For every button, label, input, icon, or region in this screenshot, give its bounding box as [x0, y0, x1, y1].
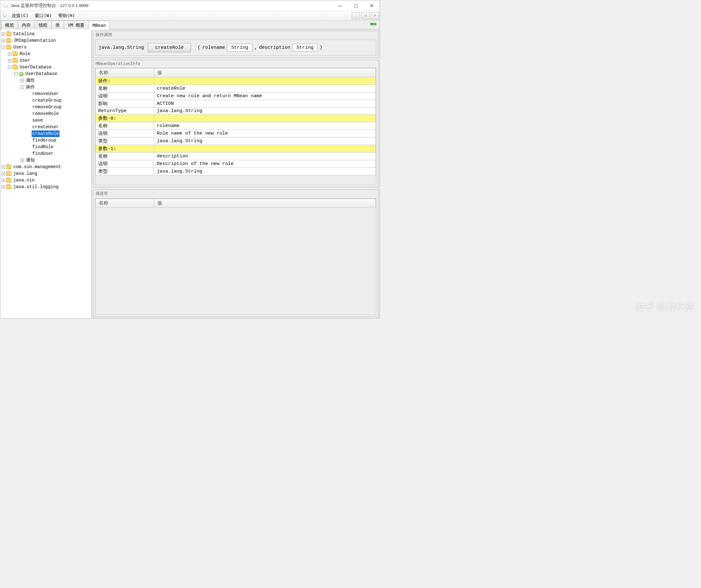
paren-close: ): [319, 45, 322, 50]
descriptor-table: 名称 值: [95, 199, 376, 208]
tree-op-removeuser[interactable]: removeUser: [32, 90, 59, 97]
tree-op-removegroup[interactable]: removeGroup: [32, 104, 62, 111]
panel-title: MBeanOperationInfo: [95, 60, 376, 68]
table-cell: rolename: [154, 122, 376, 130]
tree-toggle[interactable]: +: [2, 165, 5, 169]
java-icon: [0, 3, 10, 9]
tab-classes[interactable]: 类: [51, 21, 64, 29]
param0-input[interactable]: [227, 44, 252, 52]
tab-bar: 概览 内存 线程 类 VM 概要 MBean: [0, 21, 380, 29]
table-cell: ReturnType: [95, 108, 154, 115]
panel-title: 描述符: [95, 190, 376, 198]
comma: ,: [254, 45, 257, 50]
table-cell: java.lang.String: [154, 138, 376, 145]
param1-input[interactable]: [292, 44, 317, 52]
tree-toggle[interactable]: +: [21, 79, 24, 82]
table-cell: Create new role and return MBean name: [154, 92, 376, 100]
column-header-value[interactable]: 值: [154, 199, 376, 208]
tree-toggle[interactable]: +: [2, 32, 5, 36]
table-cell: Description of the new role: [154, 160, 376, 168]
window-close-button[interactable]: ✕: [364, 0, 380, 11]
mdi-minimize-button[interactable]: _: [352, 12, 360, 19]
tree-node-userdatabase[interactable]: UserDatabase: [19, 64, 52, 70]
tree-op-finduser[interactable]: findUser: [32, 150, 54, 157]
operation-info-table: 名称 值 操作: 名称createRole 说明Create new role …: [95, 68, 376, 175]
tree-node-catalina[interactable]: Catalina: [13, 31, 35, 37]
tree-op-findrole[interactable]: findRole: [32, 144, 54, 150]
table-cell: 说明: [95, 92, 154, 100]
mdi-restore-button[interactable]: ❐: [361, 12, 370, 19]
tab-overview[interactable]: 概览: [1, 21, 18, 29]
tree-toggle[interactable]: −: [14, 72, 18, 76]
tree-toggle[interactable]: +: [2, 172, 5, 175]
tree-node-jmimplementation[interactable]: JMImplementation: [13, 37, 56, 44]
folder-icon: [13, 65, 18, 69]
tab-mbean[interactable]: MBean: [88, 21, 110, 29]
tree-op-removerole[interactable]: removeRole: [32, 111, 59, 117]
window-maximize-button[interactable]: ▢: [348, 0, 364, 11]
table-cell: [154, 145, 376, 153]
tree-toggle[interactable]: +: [2, 179, 5, 182]
mdi-close-button[interactable]: ×: [371, 12, 379, 19]
tree-op-findgroup[interactable]: findGroup: [32, 137, 57, 144]
tree-node-java-util-logging[interactable]: java.util.logging: [13, 184, 59, 190]
tree-toggle[interactable]: +: [21, 159, 24, 162]
column-header-name[interactable]: 名称: [95, 199, 154, 208]
folder-icon: [6, 45, 11, 49]
menu-connect[interactable]: 连接(C): [9, 12, 32, 20]
table-cell: ACTION: [154, 100, 376, 108]
tab-vm-summary[interactable]: VM 概要: [64, 21, 89, 29]
tree-node-notifications[interactable]: 通知: [25, 157, 35, 164]
app-window: Java 监视和管理控制台 - 127.0.0.1:9999 — ▢ ✕ 连接(…: [0, 0, 380, 319]
table-cell: Role name of the new role: [154, 130, 376, 138]
content-pane: 操作调用 java.lang.String createRole ( rolen…: [91, 29, 380, 318]
param1-label: description: [259, 45, 290, 50]
table-cell: 说明: [95, 160, 154, 168]
tab-threads[interactable]: 线程: [34, 21, 52, 29]
table-cell: 影响: [95, 100, 154, 108]
table-cell: 说明: [95, 130, 154, 138]
tree-op-creategroup[interactable]: createGroup: [32, 97, 62, 104]
tree-node-java-lang[interactable]: java.lang: [13, 170, 38, 177]
menu-window[interactable]: 窗口(W): [32, 12, 55, 20]
watermark: 知乎 @君行路: [636, 301, 693, 313]
column-header-value[interactable]: 值: [154, 68, 376, 77]
mbean-tree[interactable]: +Catalina +JMImplementation −Users +Role…: [0, 29, 91, 318]
folder-icon: [6, 32, 11, 36]
invoke-operation-button[interactable]: createRole: [148, 43, 191, 52]
tree-node-attributes[interactable]: 属性: [25, 77, 35, 84]
tree-node-userdatabase-bean[interactable]: UserDatabase: [25, 70, 58, 77]
operation-invoke-box: java.lang.String createRole ( rolename ,…: [95, 40, 376, 56]
bean-icon: [19, 72, 23, 76]
tree-op-save[interactable]: save: [32, 117, 44, 124]
table-cell: createRole: [154, 85, 376, 92]
tree-node-users[interactable]: Users: [13, 44, 27, 51]
table-cell: 名称: [95, 122, 154, 130]
tree-toggle[interactable]: −: [21, 85, 24, 89]
table-cell: [154, 115, 376, 122]
column-header-name[interactable]: 名称: [95, 68, 154, 77]
tree-node-user[interactable]: User: [19, 57, 31, 64]
tree-toggle[interactable]: −: [8, 65, 11, 69]
menu-help[interactable]: 帮助(H): [55, 12, 78, 20]
tree-toggle[interactable]: −: [2, 46, 5, 49]
tree-node-operations[interactable]: 操作: [25, 84, 35, 90]
tree-node-sun-management[interactable]: com.sun.management: [13, 164, 62, 170]
window-minimize-button[interactable]: —: [332, 0, 348, 11]
tree-op-createrole[interactable]: createRole: [32, 131, 59, 137]
tree-toggle[interactable]: +: [2, 39, 5, 42]
tree-toggle[interactable]: +: [8, 52, 11, 56]
panel-title: 操作调用: [95, 31, 376, 40]
tree-node-role[interactable]: Role: [19, 51, 31, 57]
folder-icon: [6, 39, 11, 43]
paren-open: (: [198, 45, 200, 50]
tree-op-createuser[interactable]: createUser: [32, 124, 59, 131]
tree-toggle[interactable]: +: [2, 185, 5, 189]
table-cell: 参数-1:: [95, 145, 154, 153]
table-cell: 类型: [95, 138, 154, 145]
return-type-label: java.lang.String: [98, 45, 144, 50]
java-icon: [1, 12, 9, 19]
tab-memory[interactable]: 内存: [18, 21, 35, 29]
tree-node-java-nio[interactable]: java.nio: [13, 177, 35, 184]
tree-toggle[interactable]: +: [8, 59, 11, 62]
